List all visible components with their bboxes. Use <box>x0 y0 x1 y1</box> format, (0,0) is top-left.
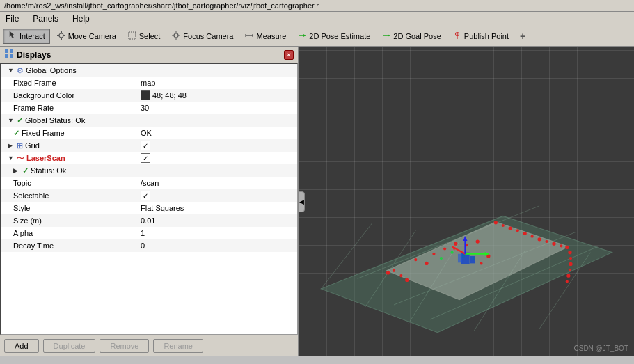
svg-point-61 <box>425 262 428 265</box>
empty-space <box>1 252 297 308</box>
svg-point-38 <box>516 229 519 232</box>
laserscan-checkbox[interactable]: ✓ <box>141 153 150 163</box>
fixed-frame-val: map <box>141 79 155 87</box>
decay-time-row[interactable]: Decay Time 0 <box>1 239 297 252</box>
svg-rect-22 <box>10 49 13 53</box>
expand-laserscan[interactable]: ▼ <box>8 155 15 161</box>
laserscan-label: LaserScan <box>26 154 65 162</box>
bg-color-name: Background Color <box>2 91 138 100</box>
collapse-handle[interactable]: ◀ <box>298 191 305 212</box>
rename-button[interactable]: Rename <box>153 339 203 353</box>
selectable-value: ✓ <box>138 191 296 200</box>
laserscan-icon: 〜 <box>17 153 24 164</box>
measure-label: Measure <box>256 32 286 40</box>
2d-pose-button[interactable]: 2D Pose Estimate <box>292 29 375 44</box>
global-options-icon: ⚙ <box>17 66 24 75</box>
fixed-frame-ok-name: ✓ Fixed Frame <box>2 129 138 138</box>
frame-rate-label: Frame Rate <box>13 104 54 112</box>
svg-rect-21 <box>5 49 8 53</box>
grid-icon: ⊞ <box>17 141 23 150</box>
menu-file[interactable]: File <box>3 13 22 24</box>
select-button[interactable]: Select <box>122 29 166 44</box>
color-swatch <box>141 90 150 100</box>
selectable-row[interactable]: Selectable ✓ <box>1 189 297 202</box>
svg-point-44 <box>560 244 562 247</box>
size-row[interactable]: Size (m) 0.01 <box>1 214 297 227</box>
bottom-bar: Add Duplicate Remove Rename <box>0 335 298 356</box>
alpha-value: 1 <box>138 229 296 237</box>
move-camera-button[interactable]: Move Camera <box>51 29 121 44</box>
fixed-frame-value: map <box>138 79 296 87</box>
topic-row[interactable]: Topic /scan <box>1 177 297 189</box>
svg-point-46 <box>568 251 571 254</box>
measure-button[interactable]: Measure <box>239 29 291 44</box>
add-display-button[interactable]: + <box>515 29 530 44</box>
style-row[interactable]: Style Flat Squares <box>1 202 297 214</box>
global-options-name: ▼ ⚙ Global Options <box>2 66 138 75</box>
decay-time-name: Decay Time <box>2 242 138 250</box>
svg-rect-71 <box>470 256 475 263</box>
panel-title-text: Displays <box>17 50 51 60</box>
svg-point-53 <box>386 271 390 274</box>
title-text: /home/m/ros2_ws/install/jtbot_cartograph… <box>4 1 319 10</box>
expand-global-options[interactable]: ▼ <box>8 67 15 74</box>
frame-rate-name: Frame Rate <box>2 104 138 112</box>
move-camera-icon <box>56 31 66 42</box>
panel-close-button[interactable]: ✕ <box>284 50 294 60</box>
svg-point-43 <box>552 242 555 246</box>
size-label: Size (m) <box>13 216 42 225</box>
interact-button[interactable]: Interact <box>3 29 50 44</box>
expand-status-ok[interactable]: ▶ <box>13 167 20 174</box>
alpha-row[interactable]: Alpha 1 <box>1 227 297 239</box>
svg-point-52 <box>393 269 395 272</box>
remove-button[interactable]: Remove <box>100 339 149 353</box>
fixed-frame-ok-row[interactable]: ✓ Fixed Frame OK <box>1 127 297 139</box>
2d-goal-button[interactable]: 2D Goal Pose <box>377 29 445 44</box>
laserscan-row[interactable]: ▼ 〜 LaserScan ✓ <box>1 152 297 164</box>
bg-color-row[interactable]: Background Color 48; 48; 48 <box>1 89 297 102</box>
duplicate-button[interactable]: Duplicate <box>43 339 96 353</box>
style-value: Flat Squares <box>138 204 296 212</box>
publish-point-button[interactable]: Publish Point <box>447 29 514 44</box>
expand-global-status[interactable]: ▼ <box>8 117 15 124</box>
svg-point-60 <box>414 258 417 261</box>
laserscan-name: ▼ 〜 LaserScan <box>2 153 138 164</box>
bg-color-label: Background Color <box>13 91 74 100</box>
frame-rate-value: 30 <box>138 104 296 112</box>
size-val: 0.01 <box>141 216 155 225</box>
svg-point-59 <box>476 239 480 243</box>
menu-help[interactable]: Help <box>70 13 93 24</box>
main-content: Displays ✕ ▼ ⚙ Global Options <box>0 47 634 356</box>
svg-point-37 <box>509 227 512 230</box>
menu-panels[interactable]: Panels <box>30 13 61 24</box>
measure-icon <box>244 31 254 42</box>
selectable-checkbox[interactable]: ✓ <box>141 191 150 200</box>
svg-point-35 <box>494 221 498 224</box>
fixed-frame-ok-check: ✓ <box>13 129 19 138</box>
displays-tree[interactable]: ▼ ⚙ Global Options Fixed Frame map <box>0 63 298 335</box>
viewport-panel[interactable]: CSDN @JT_BOT <box>299 47 634 356</box>
fixed-frame-ok-value: OK <box>138 129 296 137</box>
decay-time-label: Decay Time <box>13 242 54 250</box>
topic-name: Topic <box>2 179 138 187</box>
grid-row[interactable]: ▶ ⊞ Grid ✓ <box>1 139 297 152</box>
svg-point-57 <box>454 242 457 246</box>
global-options-row[interactable]: ▼ ⚙ Global Options <box>1 64 297 77</box>
svg-point-0 <box>59 33 63 38</box>
global-status-check: ✓ <box>17 116 23 125</box>
add-button[interactable]: Add <box>4 339 39 353</box>
svg-point-6 <box>174 33 178 38</box>
displays-panel: Displays ✕ ▼ ⚙ Global Options <box>0 47 299 356</box>
status-ok-row[interactable]: ▶ ✓ Status: Ok <box>1 164 297 177</box>
watermark: CSDN @JT_BOT <box>574 345 629 352</box>
fixed-frame-row[interactable]: Fixed Frame map <box>1 77 297 89</box>
selectable-label: Selectable <box>13 191 49 200</box>
focus-camera-button[interactable]: Focus Camera <box>166 29 238 44</box>
global-status-row[interactable]: ▼ ✓ Global Status: Ok <box>1 114 297 127</box>
expand-grid[interactable]: ▶ <box>8 142 15 149</box>
frame-rate-row[interactable]: Frame Rate 30 <box>1 102 297 114</box>
decay-time-val: 0 <box>141 242 145 250</box>
svg-point-55 <box>405 278 409 282</box>
2d-pose-icon <box>297 31 307 42</box>
grid-checkbox[interactable]: ✓ <box>141 141 150 150</box>
